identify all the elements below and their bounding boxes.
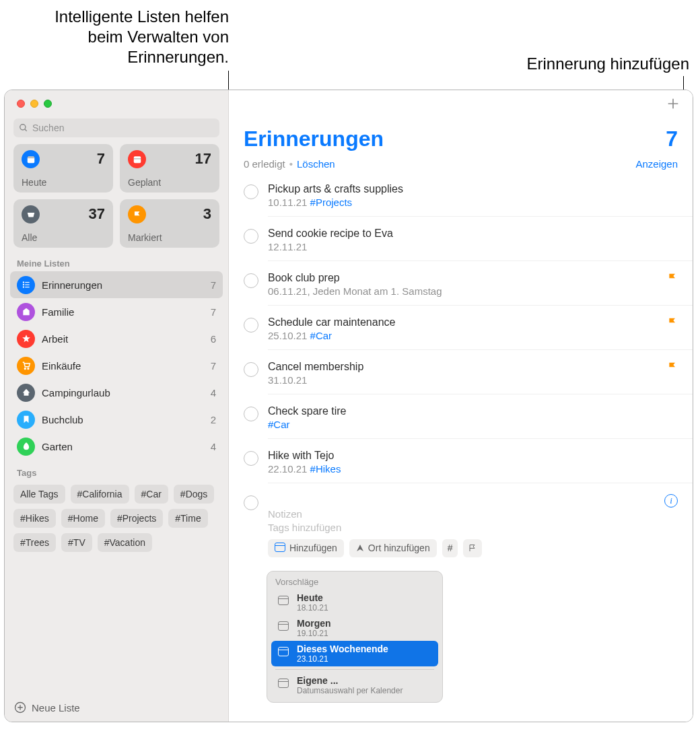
add-location-label: Ort hinzufügen [368,543,430,553]
date-suggestions-popover: Vorschläge Heute 18.10.21 Morgen 19.10.2… [267,571,443,703]
tag-hikes[interactable]: #Hikes [13,509,56,528]
smart-list-geplant[interactable]: 17 Geplant [120,144,219,193]
suggestion-custom[interactable]: Eigene ... Datumsauswahl per Kalender [271,672,438,698]
add-date-chip[interactable]: Hinzufügen [268,539,344,557]
reminder-title: Cancel membership [268,361,363,373]
suggestion-item[interactable]: Heute 18.10.21 [271,590,438,615]
add-tag-chip[interactable]: # [442,539,458,557]
tag-vacation[interactable]: #Vacation [98,533,152,552]
list-label: Arbeit [42,333,204,345]
reminder-item[interactable]: Check spare tire #Car [244,400,693,444]
fullscreen-window-icon[interactable] [44,100,52,108]
divider [275,669,434,670]
new-list-button[interactable]: Neue Liste [5,695,228,722]
reminder-tag[interactable]: #Car [310,330,332,341]
info-icon[interactable]: i [664,494,678,508]
tag-tv[interactable]: #TV [61,533,92,552]
tag-dogs[interactable]: #Dogs [174,485,214,504]
tag-car[interactable]: #Car [135,485,168,504]
search-input[interactable]: Suchen [13,118,219,137]
reminder-meta: 22.10.21 #Hikes [268,463,678,475]
reminder-tag[interactable]: #Projects [310,197,353,208]
reminder-item[interactable]: Send cookie recipe to Eva 12.11.21 [244,222,693,267]
reminder-checkbox[interactable] [244,229,258,244]
tag-home[interactable]: #Home [61,509,105,528]
minimize-window-icon[interactable] [30,100,38,108]
suggestion-item[interactable]: Morgen 19.10.21 [271,615,438,641]
reminder-checkbox[interactable] [244,362,258,377]
completed-count: 0 erledigt [244,158,285,170]
smart-count: 3 [203,205,211,223]
smart-label: Heute [22,177,105,188]
list-item-campingurlaub[interactable]: Campingurlaub 4 [10,379,223,406]
reminder-item[interactable]: Cancel membership 31.10.21 [244,355,693,400]
smart-list-heute[interactable]: 7 Heute [13,144,113,193]
smart-count: 7 [97,150,105,168]
list-item-buchclub[interactable]: Buchclub 2 [10,406,223,433]
tag-california[interactable]: #California [71,485,129,504]
new-reminder-row[interactable]: i Notizen Tags hinzufügen Hinzufügen Ort… [244,489,693,565]
tag-time[interactable]: #Time [168,509,207,528]
list-item-erinnerungen[interactable]: Erinnerungen 7 [10,271,223,298]
suggestion-item[interactable]: Dieses Wochenende 23.10.21 [271,641,438,666]
list-item-einkäufe[interactable]: Einkäufe 7 [10,352,223,379]
svg-point-10 [22,286,24,287]
reminder-meta: 06.11.21, Jeden Monat am 1. Samstag [268,285,678,297]
add-date-label: Hinzufügen [289,543,337,553]
reminder-item[interactable]: Hike with Tejo 22.10.21 #Hikes [244,444,693,489]
reminder-item[interactable]: Pickup arts & crafts supplies 10.11.21 #… [244,178,693,222]
reminder-checkbox[interactable] [244,184,258,199]
reminder-checkbox[interactable] [244,451,258,466]
svg-rect-4 [133,156,141,163]
clear-completed-link[interactable]: Löschen [297,158,335,170]
list-item-arbeit[interactable]: Arbeit 6 [10,325,223,352]
reminder-meta: 25.10.21 #Car [268,330,678,341]
reminder-checkbox[interactable] [244,318,258,333]
close-window-icon[interactable] [17,100,25,108]
reminder-item[interactable]: Book club prep 06.11.21, Jeden Monat am … [244,267,693,311]
list-icon [17,357,35,375]
section-header-tags: Tags [5,460,228,481]
reminder-item[interactable]: Schedule car maintenance 25.10.21 #Car [244,311,693,355]
main-pane: Erinnerungen 7 0 erledigt • Löschen Anze… [229,90,693,722]
smart-list-alle[interactable]: 37 Alle [13,199,113,248]
suggestion-title: Eigene ... [297,675,403,686]
reminder-meta: #Car [268,419,678,430]
list-item-familie[interactable]: Familie 7 [10,298,223,325]
tags-placeholder[interactable]: Tags hinzufügen [268,521,678,534]
svg-point-8 [22,284,24,285]
show-completed-link[interactable]: Anzeigen [635,158,678,170]
tag-projects[interactable]: #Projects [110,509,163,528]
tag-trees[interactable]: #Trees [13,533,56,552]
smart-count: 17 [195,150,211,168]
svg-rect-3 [27,156,34,158]
list-count: 7 [211,306,216,318]
list-count: 7 [211,279,216,291]
notes-placeholder[interactable]: Notizen [268,508,678,521]
smart-list-markiert[interactable]: 3 Markiert [120,199,219,248]
reminder-checkbox[interactable] [244,495,258,510]
reminder-checkbox[interactable] [244,407,258,421]
main-toolbar [229,90,693,114]
reminder-tag[interactable]: #Car [268,419,290,430]
calendar-icon [275,543,285,554]
suggestion-subtitle: 19.10.21 [297,629,331,638]
new-list-label: Neue Liste [32,702,80,714]
list-label: Campingurlaub [42,387,204,398]
tag-alle-tags[interactable]: Alle Tags [13,485,65,504]
list-icon [17,438,35,456]
search-placeholder: Suchen [32,123,64,133]
reminder-title: Send cookie recipe to Eva [268,228,393,240]
list-count: 6 [211,333,216,345]
smart-label: Markiert [128,232,211,243]
reminder-tag[interactable]: #Hikes [310,463,341,475]
add-flag-chip[interactable] [463,539,482,557]
window-controls [5,90,228,116]
add-location-chip[interactable]: Ort hinzufügen [349,539,437,557]
reminders-window: Suchen 7 Heute 17 Geplant 37 Alle 3 Mark… [4,90,693,722]
reminder-checkbox[interactable] [244,273,258,288]
list-item-garten[interactable]: Garten 4 [10,433,223,460]
list-label: Garten [42,441,204,452]
list-label: Familie [42,306,204,318]
add-reminder-button[interactable] [666,96,680,111]
